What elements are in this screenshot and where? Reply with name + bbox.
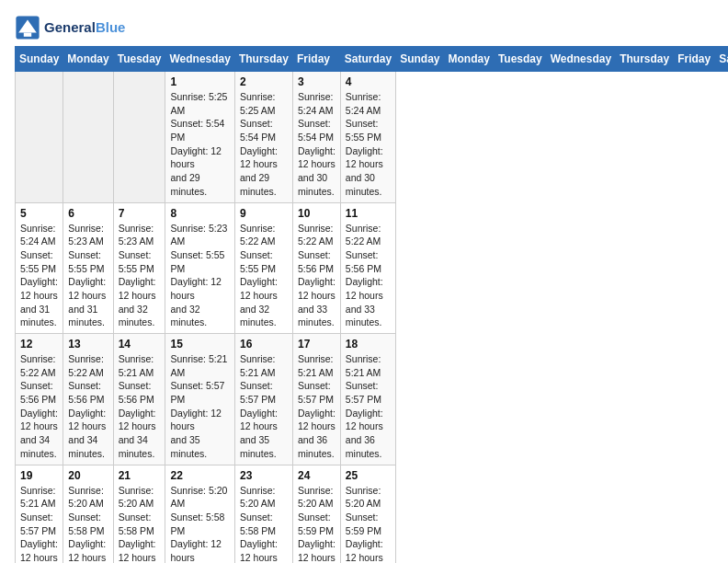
calendar-cell: 17Sunrise: 5:21 AM Sunset: 5:57 PM Dayli… (292, 334, 340, 465)
cell-content: Sunrise: 5:22 AM Sunset: 5:56 PM Dayligh… (20, 352, 58, 461)
day-number: 20 (68, 469, 108, 482)
col-header-tuesday: Tuesday (494, 47, 546, 72)
cell-content: Sunrise: 5:23 AM Sunset: 5:55 PM Dayligh… (119, 222, 161, 330)
calendar-header-row: SundayMondayTuesdayWednesdayThursdayFrid… (16, 47, 729, 72)
calendar-cell: 25Sunrise: 5:20 AM Sunset: 5:59 PM Dayli… (340, 465, 395, 563)
col-header-friday: Friday (674, 47, 715, 72)
cell-content: Sunrise: 5:20 AM Sunset: 5:58 PM Dayligh… (170, 484, 229, 564)
cell-content: Sunrise: 5:24 AM Sunset: 5:54 PM Dayligh… (298, 90, 336, 199)
calendar-cell: 3Sunrise: 5:24 AM Sunset: 5:54 PM Daylig… (292, 72, 340, 203)
header-saturday: Saturday (340, 47, 395, 72)
calendar-week-row: 1Sunrise: 5:25 AM Sunset: 5:54 PM Daylig… (16, 72, 729, 203)
cell-content: Sunrise: 5:21 AM Sunset: 5:57 PM Dayligh… (346, 352, 391, 461)
day-number: 25 (346, 469, 391, 482)
calendar-cell: 11Sunrise: 5:22 AM Sunset: 5:56 PM Dayli… (340, 202, 395, 334)
calendar-cell: 12Sunrise: 5:22 AM Sunset: 5:56 PM Dayli… (16, 334, 63, 465)
page-header: GeneralBlue (15, 15, 713, 40)
day-number: 8 (170, 207, 229, 220)
cell-content: Sunrise: 5:21 AM Sunset: 5:57 PM Dayligh… (240, 352, 288, 461)
day-number: 17 (298, 338, 336, 350)
day-number: 4 (346, 75, 391, 88)
col-header-saturday: Saturday (715, 47, 728, 72)
cell-content: Sunrise: 5:22 AM Sunset: 5:56 PM Dayligh… (346, 222, 391, 330)
cell-content: Sunrise: 5:20 AM Sunset: 5:59 PM Dayligh… (346, 484, 391, 564)
day-number: 22 (170, 469, 229, 482)
day-number: 24 (298, 469, 336, 482)
calendar-table: SundayMondayTuesdayWednesdayThursdayFrid… (15, 46, 728, 563)
logo: GeneralBlue (15, 15, 125, 40)
day-number: 13 (68, 338, 108, 350)
calendar-cell: 9Sunrise: 5:22 AM Sunset: 5:55 PM Daylig… (234, 202, 292, 334)
cell-content: Sunrise: 5:23 AM Sunset: 5:55 PM Dayligh… (68, 222, 108, 330)
calendar-cell: 10Sunrise: 5:22 AM Sunset: 5:56 PM Dayli… (292, 202, 340, 334)
day-number: 6 (68, 207, 108, 220)
calendar-cell: 7Sunrise: 5:23 AM Sunset: 5:55 PM Daylig… (113, 202, 165, 334)
day-number: 11 (346, 207, 391, 220)
day-number: 16 (240, 338, 288, 350)
logo-text: GeneralBlue (44, 20, 125, 36)
header-thursday: Thursday (234, 47, 292, 72)
col-header-monday: Monday (444, 47, 494, 72)
header-tuesday: Tuesday (113, 47, 165, 72)
calendar-week-row: 19Sunrise: 5:21 AM Sunset: 5:57 PM Dayli… (16, 465, 729, 563)
cell-content: Sunrise: 5:24 AM Sunset: 5:55 PM Dayligh… (20, 222, 58, 330)
logo-icon (15, 15, 40, 40)
day-number: 15 (170, 338, 229, 350)
header-friday: Friday (292, 47, 340, 72)
calendar-cell: 13Sunrise: 5:22 AM Sunset: 5:56 PM Dayli… (63, 334, 113, 465)
calendar-cell: 14Sunrise: 5:21 AM Sunset: 5:56 PM Dayli… (113, 334, 165, 465)
day-number: 21 (119, 469, 161, 482)
cell-content: Sunrise: 5:21 AM Sunset: 5:57 PM Dayligh… (298, 352, 336, 461)
calendar-cell (16, 72, 63, 203)
cell-content: Sunrise: 5:22 AM Sunset: 5:55 PM Dayligh… (240, 222, 288, 330)
day-number: 14 (119, 338, 161, 350)
calendar-cell: 16Sunrise: 5:21 AM Sunset: 5:57 PM Dayli… (234, 334, 292, 465)
day-number: 18 (346, 338, 391, 350)
header-sunday: Sunday (16, 47, 63, 72)
calendar-cell (113, 72, 165, 203)
cell-content: Sunrise: 5:20 AM Sunset: 5:58 PM Dayligh… (68, 484, 108, 564)
cell-content: Sunrise: 5:22 AM Sunset: 5:56 PM Dayligh… (298, 222, 336, 330)
col-header-thursday: Thursday (616, 47, 674, 72)
cell-content: Sunrise: 5:25 AM Sunset: 5:54 PM Dayligh… (170, 90, 229, 199)
calendar-cell: 8Sunrise: 5:23 AM Sunset: 5:55 PM Daylig… (165, 202, 234, 334)
calendar-cell: 5Sunrise: 5:24 AM Sunset: 5:55 PM Daylig… (16, 202, 63, 334)
calendar-cell: 2Sunrise: 5:25 AM Sunset: 5:54 PM Daylig… (234, 72, 292, 203)
day-number: 5 (20, 207, 58, 220)
calendar-cell: 15Sunrise: 5:21 AM Sunset: 5:57 PM Dayli… (165, 334, 234, 465)
cell-content: Sunrise: 5:25 AM Sunset: 5:54 PM Dayligh… (240, 90, 288, 199)
cell-content: Sunrise: 5:20 AM Sunset: 5:58 PM Dayligh… (240, 484, 288, 564)
header-wednesday: Wednesday (165, 47, 234, 72)
col-header-sunday: Sunday (396, 47, 444, 72)
calendar-cell: 23Sunrise: 5:20 AM Sunset: 5:58 PM Dayli… (234, 465, 292, 563)
header-monday: Monday (63, 47, 113, 72)
svg-rect-2 (24, 33, 31, 37)
day-number: 3 (298, 75, 336, 88)
calendar-week-row: 5Sunrise: 5:24 AM Sunset: 5:55 PM Daylig… (16, 202, 729, 334)
calendar-cell: 22Sunrise: 5:20 AM Sunset: 5:58 PM Dayli… (165, 465, 234, 563)
calendar-cell: 21Sunrise: 5:20 AM Sunset: 5:58 PM Dayli… (113, 465, 165, 563)
cell-content: Sunrise: 5:20 AM Sunset: 5:59 PM Dayligh… (298, 484, 336, 564)
day-number: 10 (298, 207, 336, 220)
calendar-cell: 6Sunrise: 5:23 AM Sunset: 5:55 PM Daylig… (63, 202, 113, 334)
day-number: 12 (20, 338, 58, 350)
cell-content: Sunrise: 5:21 AM Sunset: 5:57 PM Dayligh… (170, 352, 229, 461)
day-number: 1 (170, 75, 229, 88)
day-number: 2 (240, 75, 288, 88)
cell-content: Sunrise: 5:24 AM Sunset: 5:55 PM Dayligh… (346, 90, 391, 199)
cell-content: Sunrise: 5:21 AM Sunset: 5:56 PM Dayligh… (119, 352, 161, 461)
calendar-cell: 20Sunrise: 5:20 AM Sunset: 5:58 PM Dayli… (63, 465, 113, 563)
calendar-cell: 19Sunrise: 5:21 AM Sunset: 5:57 PM Dayli… (16, 465, 63, 563)
cell-content: Sunrise: 5:21 AM Sunset: 5:57 PM Dayligh… (20, 484, 58, 564)
calendar-week-row: 12Sunrise: 5:22 AM Sunset: 5:56 PM Dayli… (16, 334, 729, 465)
calendar-cell: 18Sunrise: 5:21 AM Sunset: 5:57 PM Dayli… (340, 334, 395, 465)
calendar-cell: 4Sunrise: 5:24 AM Sunset: 5:55 PM Daylig… (340, 72, 395, 203)
cell-content: Sunrise: 5:20 AM Sunset: 5:58 PM Dayligh… (119, 484, 161, 564)
cell-content: Sunrise: 5:23 AM Sunset: 5:55 PM Dayligh… (170, 222, 229, 330)
calendar-cell: 1Sunrise: 5:25 AM Sunset: 5:54 PM Daylig… (165, 72, 234, 203)
col-header-wednesday: Wednesday (546, 47, 615, 72)
day-number: 23 (240, 469, 288, 482)
day-number: 19 (20, 469, 58, 482)
day-number: 7 (119, 207, 161, 220)
calendar-cell: 24Sunrise: 5:20 AM Sunset: 5:59 PM Dayli… (292, 465, 340, 563)
